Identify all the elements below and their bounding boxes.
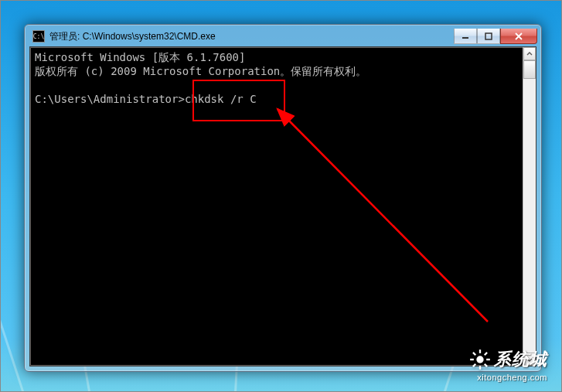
title-prefix: 管理员: [49,31,83,42]
scroll-thumb[interactable] [523,60,536,79]
console-prompt: C:\Users\Administrator> [35,93,185,105]
watermark: 系统城 xitongcheng.com [469,348,547,382]
maximize-icon [485,32,492,40]
console-command[interactable]: chkdsk /r C [185,93,257,105]
window-controls [454,29,537,44]
maximize-button[interactable] [477,29,500,44]
scroll-track[interactable] [523,60,536,353]
svg-rect-6 [479,366,481,370]
cmd-window: C:\ 管理员: C:\Windows\system32\CMD.exe Mic… [24,24,542,372]
scroll-up-button[interactable] [523,47,536,60]
svg-rect-9 [484,352,488,356]
minimize-icon [462,32,469,40]
svg-point-4 [476,356,483,363]
watermark-url: xitongcheng.com [469,373,547,382]
svg-rect-11 [472,352,476,356]
svg-rect-8 [486,359,490,360]
gear-icon [469,349,491,370]
close-icon [514,32,523,40]
minimize-button[interactable] [454,29,477,44]
console-area[interactable]: Microsoft Windows [版本 6.1.7600] 版权所有 (c)… [29,46,536,366]
svg-rect-0 [462,37,468,39]
svg-rect-12 [484,363,488,367]
close-button[interactable] [500,29,537,44]
title-path: C:\Windows\system32\CMD.exe [83,31,216,42]
svg-rect-10 [472,363,476,367]
console-line-version: Microsoft Windows [版本 6.1.7600] [35,51,245,63]
svg-rect-5 [479,349,481,353]
chevron-up-icon [526,51,533,57]
svg-rect-1 [485,33,492,39]
vertical-scrollbar[interactable] [523,47,536,366]
titlebar[interactable]: C:\ 管理员: C:\Windows\system32\CMD.exe [29,29,536,46]
console-output: Microsoft Windows [版本 6.1.7600] 版权所有 (c)… [30,47,536,366]
svg-rect-7 [470,359,474,360]
watermark-brand: 系统城 [494,348,547,371]
console-line-copyright: 版权所有 (c) 2009 Microsoft Corporation。保留所有… [35,65,366,77]
cmd-icon: C:\ [32,30,45,43]
